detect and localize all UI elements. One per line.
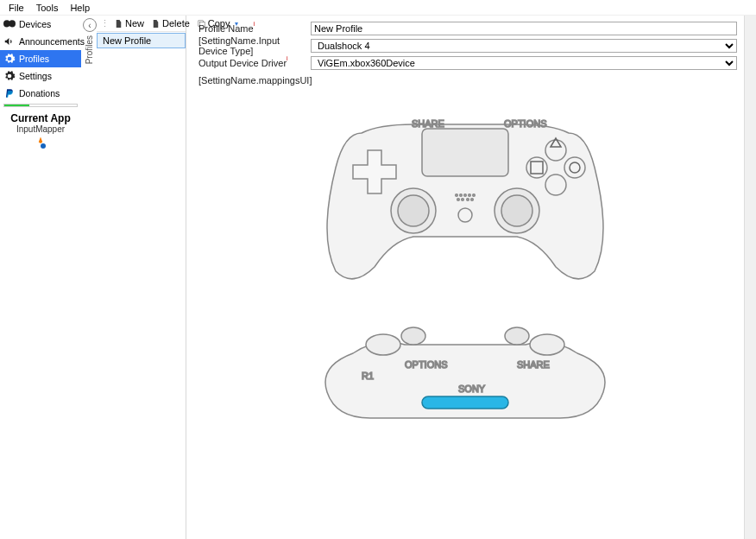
- megaphone-icon: [3, 35, 16, 48]
- output-driver-select[interactable]: ViGEm.xbox360Device: [311, 56, 737, 70]
- svg-point-19: [473, 194, 476, 197]
- svg-point-21: [462, 199, 464, 201]
- current-app-name: InputMapper: [0, 124, 81, 134]
- sidebar-item-announcements[interactable]: Announcements: [0, 33, 81, 50]
- profile-toolbar: ⋮ New Delete Copy ▾: [97, 16, 186, 32]
- svg-point-16: [460, 194, 463, 197]
- svg-point-18: [469, 194, 471, 197]
- svg-text:SHARE: SHARE: [517, 359, 550, 370]
- svg-point-17: [464, 194, 467, 197]
- svg-point-0: [41, 143, 46, 149]
- controller-top-icon: R1 OPTIONS SHARE SONY: [301, 314, 629, 435]
- svg-text:SHARE: SHARE: [412, 118, 444, 129]
- gear-icon: [3, 53, 16, 65]
- svg-text:OPTIONS: OPTIONS: [405, 359, 448, 370]
- controller-diagram: SHARE OPTIONS R1 OPTIONS: [186, 90, 744, 534]
- controller-front-icon: SHARE OPTIONS: [310, 98, 621, 289]
- menu-help[interactable]: Help: [65, 2, 95, 14]
- sidebar-item-label: Announcements: [19, 36, 85, 47]
- profile-detail: Profile Name i [SettingName.Input Device…: [186, 16, 744, 539]
- collapse-button[interactable]: ‹: [83, 18, 97, 32]
- svg-point-27: [530, 334, 564, 355]
- input-device-type-select[interactable]: Dualshock 4: [311, 39, 737, 53]
- profile-name-label: Profile Name i: [198, 23, 311, 34]
- sidebar-item-settings[interactable]: Settings: [0, 67, 81, 85]
- app-logo-icon: [0, 136, 81, 153]
- svg-point-23: [471, 199, 474, 201]
- gamepad-icon: [3, 18, 16, 30]
- sidebar-item-donations[interactable]: Donations: [0, 85, 81, 102]
- sidebar-item-label: Donations: [19, 88, 60, 98]
- svg-point-11: [398, 195, 429, 226]
- svg-point-13: [501, 195, 532, 226]
- current-app-title: Current App: [0, 112, 81, 124]
- svg-rect-30: [422, 396, 508, 409]
- svg-text:SONY: SONY: [458, 384, 486, 394]
- profile-form: Profile Name i [SettingName.Input Device…: [186, 16, 744, 90]
- svg-text:R1: R1: [362, 371, 374, 381]
- svg-rect-3: [422, 129, 508, 176]
- sidebar-item-profiles[interactable]: Profiles: [0, 50, 81, 67]
- document-plus-icon: [114, 19, 123, 29]
- profile-list-panel: ⋮ New Delete Copy ▾ New Profile: [97, 16, 186, 539]
- donation-progress: [3, 104, 78, 107]
- svg-point-28: [401, 327, 425, 345]
- sidebar-item-label: Devices: [19, 19, 51, 29]
- svg-point-15: [456, 194, 458, 197]
- profiles-vertical-label: Profiles: [83, 32, 96, 67]
- document-delete-icon: [151, 19, 161, 29]
- mappings-label: [SettingName.mappingsUI]: [198, 75, 311, 86]
- input-device-type-label: [SettingName.Input Device Type]: [198, 35, 311, 56]
- menu-bar: File Tools Help: [0, 0, 756, 16]
- svg-point-8: [564, 157, 585, 178]
- sidebar-item-label: Profiles: [19, 54, 49, 64]
- sidebar-item-label: Settings: [19, 71, 52, 81]
- svg-point-6: [526, 157, 547, 178]
- main-area: Devices Announcements Profiles Settings …: [0, 16, 756, 539]
- sidebar-item-devices[interactable]: Devices: [0, 16, 81, 33]
- sidebar: Devices Announcements Profiles Settings …: [0, 16, 81, 539]
- profile-list-item[interactable]: New Profile: [97, 33, 186, 48]
- output-driver-label: Output Device Driver i: [198, 58, 311, 68]
- current-app: Current App InputMapper: [0, 112, 81, 153]
- scrollbar[interactable]: [744, 16, 756, 539]
- paypal-icon: [3, 87, 16, 99]
- gear-icon: [3, 70, 16, 82]
- new-button[interactable]: New: [111, 17, 147, 29]
- svg-point-4: [545, 140, 566, 161]
- svg-point-26: [366, 334, 400, 355]
- svg-text:OPTIONS: OPTIONS: [504, 118, 547, 129]
- svg-point-14: [458, 208, 472, 222]
- menu-file[interactable]: File: [3, 2, 29, 14]
- svg-point-22: [467, 199, 469, 201]
- svg-point-20: [457, 199, 460, 201]
- svg-point-5: [545, 174, 566, 195]
- menu-tools[interactable]: Tools: [31, 2, 64, 14]
- svg-point-29: [505, 327, 529, 345]
- profile-name-input[interactable]: [311, 22, 737, 35]
